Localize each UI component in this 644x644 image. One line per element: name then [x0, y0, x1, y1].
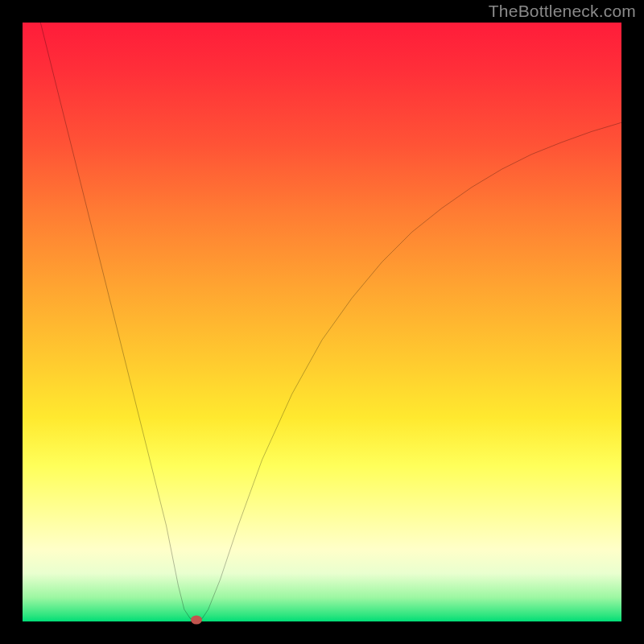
bottleneck-curve-path	[40, 23, 621, 620]
chart-frame: TheBottleneck.com	[0, 0, 644, 644]
bottleneck-curve-svg	[23, 23, 621, 621]
optimal-point-marker	[191, 615, 202, 624]
watermark-text: TheBottleneck.com	[489, 2, 636, 21]
